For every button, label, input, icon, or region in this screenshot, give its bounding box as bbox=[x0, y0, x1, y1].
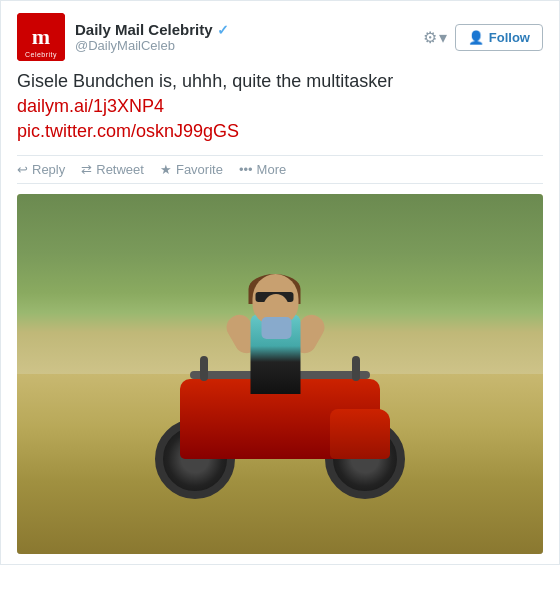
display-name: Daily Mail Celebrity ✓ bbox=[75, 21, 229, 38]
child-body bbox=[262, 317, 292, 339]
more-label: More bbox=[257, 162, 287, 177]
more-icon: ••• bbox=[239, 162, 253, 177]
image-scene bbox=[17, 194, 543, 554]
avatar[interactable]: m Celebrity bbox=[17, 13, 65, 61]
avatar-image: m Celebrity bbox=[17, 13, 65, 61]
favorite-icon: ★ bbox=[160, 162, 172, 177]
gear-button[interactable]: ⚙ ▾ bbox=[423, 28, 447, 47]
person bbox=[231, 274, 321, 394]
tweet-image bbox=[17, 194, 543, 554]
retweet-button[interactable]: ⇄ Retweet bbox=[81, 162, 144, 177]
header-right: ⚙ ▾ 👤 Follow bbox=[423, 24, 543, 51]
follow-button[interactable]: 👤 Follow bbox=[455, 24, 543, 51]
favorite-button[interactable]: ★ Favorite bbox=[160, 162, 223, 177]
user-info: Daily Mail Celebrity ✓ @DailyMailCeleb bbox=[75, 21, 229, 53]
reply-icon: ↩ bbox=[17, 162, 28, 177]
tweet-link-2[interactable]: pic.twitter.com/osknJ99gGS bbox=[17, 121, 239, 141]
tweet-header: m Celebrity Daily Mail Celebrity ✓ @Dail… bbox=[17, 13, 543, 61]
favorite-label: Favorite bbox=[176, 162, 223, 177]
child-head bbox=[264, 294, 289, 319]
action-bar: ↩ Reply ⇄ Retweet ★ Favorite ••• More bbox=[17, 155, 543, 184]
tweet-link-1[interactable]: dailym.ai/1j3XNP4 bbox=[17, 96, 164, 116]
display-name-text[interactable]: Daily Mail Celebrity bbox=[75, 21, 213, 38]
more-button[interactable]: ••• More bbox=[239, 162, 286, 177]
tweet-text: Gisele Bundchen is, uhhh, quite the mult… bbox=[17, 69, 543, 145]
header-left: m Celebrity Daily Mail Celebrity ✓ @Dail… bbox=[17, 13, 229, 61]
child bbox=[259, 294, 294, 339]
chevron-down-icon: ▾ bbox=[439, 28, 447, 47]
verified-badge: ✓ bbox=[217, 22, 229, 38]
reply-button[interactable]: ↩ Reply bbox=[17, 162, 65, 177]
retweet-icon: ⇄ bbox=[81, 162, 92, 177]
username[interactable]: @DailyMailCeleb bbox=[75, 38, 229, 53]
gear-icon: ⚙ bbox=[423, 28, 437, 47]
reply-label: Reply bbox=[32, 162, 65, 177]
atv-front bbox=[330, 409, 390, 459]
retweet-label: Retweet bbox=[96, 162, 144, 177]
follow-label: Follow bbox=[489, 30, 530, 45]
tweet-main-text: Gisele Bundchen is, uhhh, quite the mult… bbox=[17, 71, 393, 91]
follow-plus-icon: 👤 bbox=[468, 30, 484, 45]
tweet-card: m Celebrity Daily Mail Celebrity ✓ @Dail… bbox=[0, 0, 560, 565]
